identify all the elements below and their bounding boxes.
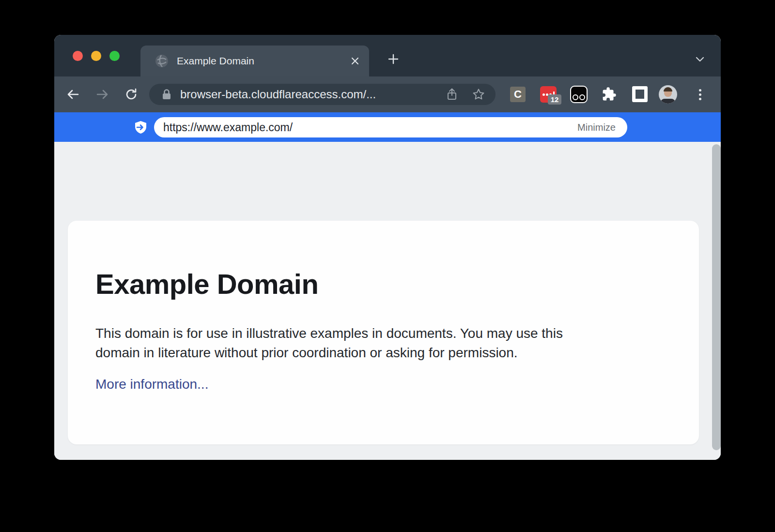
new-tab-button[interactable] (386, 51, 401, 67)
bookmark-star-icon[interactable] (472, 88, 485, 101)
forward-button[interactable] (95, 88, 109, 101)
globe-favicon-icon (155, 54, 169, 68)
isolation-bar: https://www.example.com/ Minimize (54, 112, 721, 142)
back-button[interactable] (66, 88, 80, 101)
tab-search-button[interactable] (692, 52, 708, 66)
traffic-light-close-button[interactable] (73, 51, 83, 61)
lock-icon[interactable] (162, 89, 171, 100)
tab-title: Example Domain (177, 46, 254, 76)
extensions-puzzle-button[interactable] (602, 87, 617, 102)
isolation-url-text: https://www.example.com/ (154, 121, 577, 134)
plus-icon (388, 53, 399, 65)
omnibox-url-bar[interactable]: browser-beta.cloudflareaccess.com/... (149, 84, 496, 105)
isolation-url-input[interactable]: https://www.example.com/ Minimize (154, 117, 627, 137)
puzzle-icon (602, 87, 617, 102)
page-viewport: Example Domain This domain is for use in… (54, 142, 721, 460)
traffic-light-minimize-button[interactable] (91, 51, 101, 61)
profile-avatar[interactable] (659, 85, 677, 104)
goggles-extension-button[interactable] (570, 86, 588, 103)
paragraph-line: domain in literature without prior coord… (95, 343, 563, 363)
tab-close-button[interactable] (348, 54, 362, 68)
arrow-left-icon (66, 88, 80, 101)
traffic-light-zoom-button[interactable] (109, 51, 120, 61)
page-heading: Example Domain (95, 268, 318, 300)
paragraph-line: This domain is for use in illustrative e… (95, 324, 563, 343)
arrow-right-icon (95, 88, 109, 101)
isolation-shield-icon (134, 121, 147, 134)
browser-window: Example Domain (54, 35, 721, 460)
browser-toolbar: browser-beta.cloudflareaccess.com/... C (54, 76, 721, 112)
share-icon[interactable] (445, 88, 459, 101)
reload-icon (124, 88, 138, 101)
active-tab[interactable]: Example Domain (140, 46, 369, 76)
chevron-down-icon (694, 53, 706, 65)
more-information-link[interactable]: More information... (95, 377, 208, 392)
page-paragraph: This domain is for use in illustrative e… (95, 324, 563, 363)
c-extension-button[interactable]: C (510, 87, 526, 102)
desktop-background: Example Domain (0, 0, 775, 532)
extension-badge: 12 (548, 94, 561, 105)
example-domain-card: Example Domain This domain is for use in… (68, 221, 699, 444)
reload-button[interactable] (124, 88, 138, 101)
omnibox-url-text: browser-beta.cloudflareaccess.com/... (180, 84, 376, 105)
vertical-scrollbar-thumb[interactable] (712, 144, 721, 450)
browser-menu-button[interactable] (696, 88, 704, 101)
tab-strip: Example Domain (54, 35, 721, 76)
side-panel-button[interactable] (632, 86, 648, 102)
minimize-button[interactable]: Minimize (577, 122, 627, 133)
